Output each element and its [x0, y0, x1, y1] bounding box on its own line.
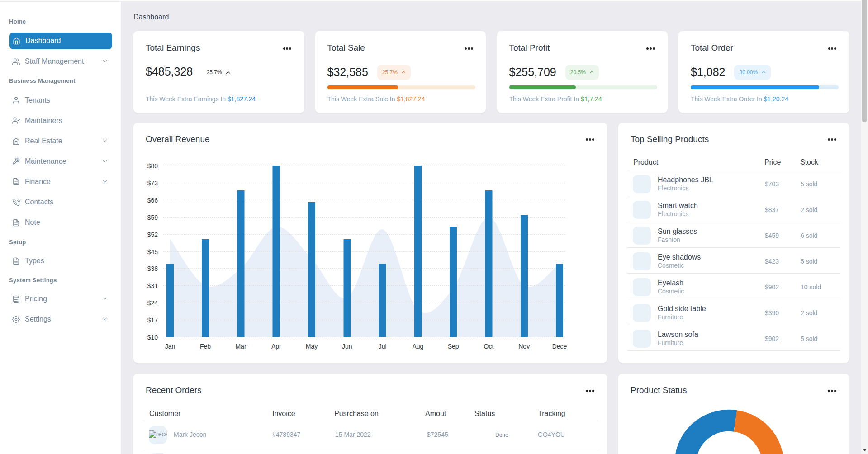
svg-text:Jun: Jun [342, 343, 352, 350]
svg-text:$73: $73 [147, 180, 158, 187]
svg-text:$59: $59 [147, 214, 158, 221]
svg-text:$31: $31 [147, 282, 158, 289]
svg-text:$80: $80 [147, 162, 158, 170]
svg-text:Dece: Dece [552, 343, 567, 350]
svg-text:May: May [306, 343, 318, 350]
svg-text:$10: $10 [147, 334, 158, 341]
svg-text:$66: $66 [147, 197, 158, 204]
svg-text:Aug: Aug [412, 343, 423, 350]
svg-text:Sep: Sep [448, 343, 459, 350]
svg-text:Jul: Jul [379, 343, 387, 350]
svg-text:$38: $38 [147, 265, 158, 272]
svg-text:$17: $17 [147, 317, 158, 324]
svg-text:$24: $24 [147, 299, 158, 307]
svg-text:Apr: Apr [271, 343, 281, 350]
svg-text:Feb: Feb [200, 343, 211, 350]
svg-text:Jan: Jan [165, 343, 175, 350]
svg-text:$52: $52 [147, 231, 158, 238]
svg-text:Mar: Mar [235, 343, 246, 350]
svg-text:$45: $45 [147, 248, 158, 255]
svg-text:Nov: Nov [518, 343, 530, 350]
svg-text:Oct: Oct [484, 343, 494, 350]
